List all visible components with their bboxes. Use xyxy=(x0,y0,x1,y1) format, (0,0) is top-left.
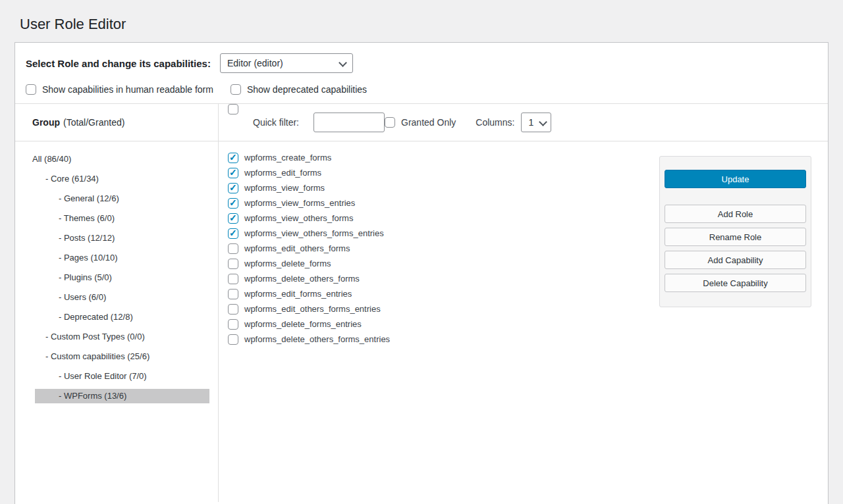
select-role-label: Select Role and change its capabilities: xyxy=(26,58,211,69)
capability-row[interactable]: wpforms_view_others_forms xyxy=(228,211,651,226)
deprecated-label: Show deprecated capabilities xyxy=(247,84,367,95)
group-item[interactable]: - Core (61/34) xyxy=(15,169,218,189)
capabilities-list: wpforms_create_forms wpforms_edit_forms … xyxy=(219,141,651,347)
capability-checkbox[interactable] xyxy=(228,198,238,209)
deprecated-toggle[interactable]: Show deprecated capabilities xyxy=(231,84,367,95)
group-item[interactable]: - Plugins (5/0) xyxy=(15,268,218,288)
add-capability-button[interactable]: Add Capability xyxy=(665,251,806,269)
group-item-label: - Themes (6/0) xyxy=(59,213,115,223)
group-item-label: - Custom Post Types (0/0) xyxy=(45,332,145,341)
human-readable-toggle[interactable]: Show capabilities in human readable form xyxy=(26,84,213,95)
main-area: All (86/40) - Core (61/34) - General (12… xyxy=(15,141,828,502)
capability-label: wpforms_view_forms_entries xyxy=(244,198,355,208)
group-item-label: - WPForms (13/6) xyxy=(59,391,126,401)
human-readable-label: Show capabilities in human readable form xyxy=(42,84,213,95)
role-editor-panel: Select Role and change its capabilities:… xyxy=(14,42,829,504)
capability-checkbox[interactable] xyxy=(228,243,238,254)
role-select-wrap: Editor (editor) xyxy=(220,53,353,73)
capability-checkbox[interactable] xyxy=(228,153,238,163)
add-role-button[interactable]: Add Role xyxy=(665,205,806,223)
role-bar: Select Role and change its capabilities:… xyxy=(15,43,828,103)
columns-select-wrap: 1 xyxy=(521,113,551,132)
capability-checkbox[interactable] xyxy=(228,304,238,315)
capability-label: wpforms_delete_forms xyxy=(244,259,331,268)
capability-checkbox[interactable] xyxy=(228,259,238,269)
select-all-checkbox[interactable] xyxy=(228,104,238,114)
capability-label: wpforms_view_forms xyxy=(244,183,325,193)
capability-row[interactable]: wpforms_delete_forms_entries xyxy=(228,316,651,332)
capability-row[interactable]: wpforms_delete_others_forms xyxy=(228,271,651,286)
group-item[interactable]: - WPForms (13/6) xyxy=(15,386,218,406)
capability-row[interactable]: wpforms_delete_forms xyxy=(228,256,651,271)
capability-row[interactable]: wpforms_delete_others_forms_entries xyxy=(228,332,651,347)
capability-label: wpforms_view_others_forms_entries xyxy=(244,228,384,238)
deprecated-checkbox[interactable] xyxy=(231,84,241,95)
capability-checkbox[interactable] xyxy=(228,319,238,330)
capabilities-area: wpforms_create_forms wpforms_edit_forms … xyxy=(219,141,828,502)
capability-row[interactable]: wpforms_edit_others_forms_entries xyxy=(228,301,651,316)
filter-bar: Group (Total/Granted) Quick filter: Gran… xyxy=(15,103,828,141)
capability-label: wpforms_delete_forms_entries xyxy=(244,319,362,329)
page-title: User Role Editor xyxy=(20,16,829,33)
group-item[interactable]: - User Role Editor (7/0) xyxy=(15,366,218,386)
capability-label: wpforms_create_forms xyxy=(244,153,331,163)
capability-checkbox[interactable] xyxy=(228,228,238,239)
group-item[interactable]: - Pages (10/10) xyxy=(15,248,218,268)
capability-checkbox[interactable] xyxy=(228,289,238,299)
group-item[interactable]: - Custom capabilities (25/6) xyxy=(15,347,218,366)
group-item-label: - Plugins (5/0) xyxy=(59,272,112,282)
capability-row[interactable]: wpforms_view_forms_entries xyxy=(228,195,651,211)
group-item[interactable]: - General (12/6) xyxy=(15,189,218,209)
capability-label: wpforms_edit_forms xyxy=(244,168,321,178)
capability-label: wpforms_view_others_forms xyxy=(244,213,353,223)
capability-label: wpforms_edit_others_forms_entries xyxy=(244,304,381,314)
rename-role-button[interactable]: Rename Role xyxy=(665,228,806,246)
group-item[interactable]: - Users (6/0) xyxy=(15,288,218,307)
capability-row[interactable]: wpforms_edit_forms xyxy=(228,165,651,180)
group-item-label: - Deprecated (12/8) xyxy=(59,312,133,322)
delete-capability-button[interactable]: Delete Capability xyxy=(665,274,806,292)
group-item-label: - User Role Editor (7/0) xyxy=(59,371,147,381)
granted-only-label: Granted Only xyxy=(401,117,456,128)
role-select[interactable]: Editor (editor) xyxy=(220,53,353,73)
columns-label: Columns: xyxy=(476,117,514,128)
capability-checkbox[interactable] xyxy=(228,213,238,224)
group-header: Group (Total/Granted) xyxy=(15,104,219,141)
capability-checkbox[interactable] xyxy=(228,274,238,284)
capability-row[interactable]: wpforms_edit_forms_entries xyxy=(228,286,651,301)
group-item[interactable]: - Posts (12/12) xyxy=(15,228,218,248)
group-header-hint: (Total/Granted) xyxy=(63,117,124,128)
capability-checkbox[interactable] xyxy=(228,334,238,345)
capability-label: wpforms_edit_forms_entries xyxy=(244,289,352,299)
capability-checkbox[interactable] xyxy=(228,183,238,193)
capability-label: wpforms_edit_others_forms xyxy=(244,243,350,253)
group-item[interactable]: - Themes (6/0) xyxy=(15,209,218,228)
group-item-label: - Core (61/34) xyxy=(45,174,99,184)
group-item[interactable]: All (86/40) xyxy=(15,149,218,169)
actions-panel: Update Add Role Rename Role Add Capabili… xyxy=(659,156,811,307)
quick-filter-input[interactable] xyxy=(313,113,385,132)
human-readable-checkbox[interactable] xyxy=(26,84,36,95)
filter-controls: Quick filter: Granted Only Columns: 1 xyxy=(219,104,828,141)
quick-filter-label: Quick filter: xyxy=(253,117,299,128)
group-item-label: - General (12/6) xyxy=(59,193,119,203)
columns-select[interactable]: 1 xyxy=(521,113,551,132)
capability-row[interactable]: wpforms_view_forms xyxy=(228,180,651,195)
groups-sidebar: All (86/40) - Core (61/34) - General (12… xyxy=(15,141,219,502)
capability-row[interactable]: wpforms_edit_others_forms xyxy=(228,241,651,256)
capability-label: wpforms_delete_others_forms xyxy=(244,274,360,284)
granted-only-checkbox[interactable] xyxy=(385,117,395,128)
group-item-label: - Users (6/0) xyxy=(59,292,106,302)
update-button[interactable]: Update xyxy=(665,170,806,188)
group-item-label: - Posts (12/12) xyxy=(59,233,115,243)
capability-row[interactable]: wpforms_view_others_forms_entries xyxy=(228,226,651,241)
capability-row[interactable]: wpforms_create_forms xyxy=(228,150,651,165)
capability-label: wpforms_delete_others_forms_entries xyxy=(244,334,390,344)
group-item[interactable]: - Deprecated (12/8) xyxy=(15,307,218,327)
group-item-label: All (86/40) xyxy=(32,154,71,164)
group-item-label: - Custom capabilities (25/6) xyxy=(45,351,150,361)
group-header-label: Group xyxy=(32,117,60,128)
page: User Role Editor Select Role and change … xyxy=(0,0,843,504)
capability-checkbox[interactable] xyxy=(228,168,238,178)
group-item[interactable]: - Custom Post Types (0/0) xyxy=(15,327,218,347)
